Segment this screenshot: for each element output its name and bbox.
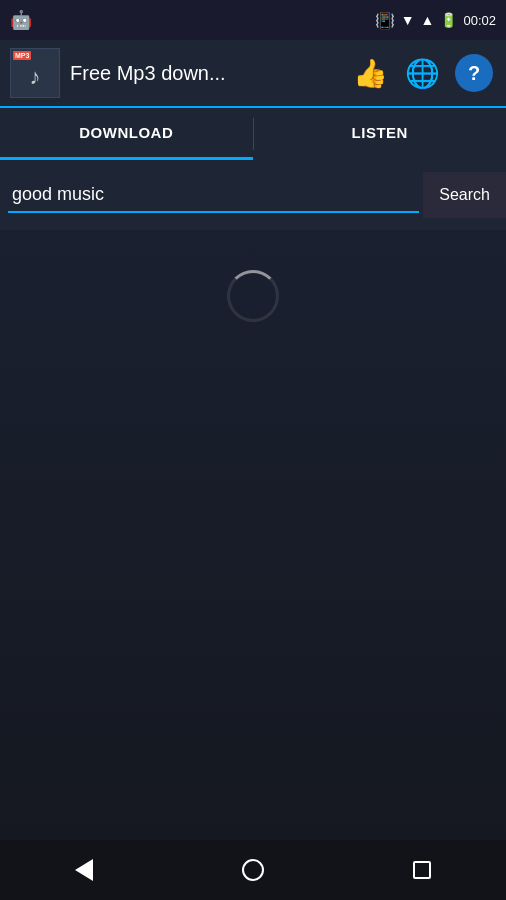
home-icon bbox=[242, 859, 264, 881]
home-button[interactable] bbox=[228, 845, 278, 895]
tab-download[interactable]: DOWNLOAD bbox=[0, 108, 253, 160]
signal-icon: ▲ bbox=[421, 12, 435, 28]
app-icon: MP3 ♪ bbox=[10, 48, 60, 98]
thumbs-up-icon: 👍 bbox=[353, 57, 388, 90]
app-icon-label: MP3 bbox=[13, 51, 31, 60]
search-button[interactable]: Search bbox=[423, 172, 506, 218]
header-actions: 👍 🌐 ? bbox=[348, 51, 496, 95]
loading-spinner bbox=[227, 270, 279, 322]
help-circle-icon: ? bbox=[455, 54, 493, 92]
wifi-icon: ▼ bbox=[401, 12, 415, 28]
status-bar: 🤖 📳 ▼ ▲ 🔋 00:02 bbox=[0, 0, 506, 40]
back-button[interactable] bbox=[59, 845, 109, 895]
globe-button[interactable]: 🌐 bbox=[400, 51, 444, 95]
thumbs-up-button[interactable]: 👍 bbox=[348, 51, 392, 95]
music-note-icon: ♪ bbox=[30, 64, 41, 90]
search-input-wrapper bbox=[8, 178, 419, 213]
bottom-nav bbox=[0, 840, 506, 900]
tab-listen[interactable]: LISTEN bbox=[254, 108, 507, 160]
battery-icon: 🔋 bbox=[440, 12, 457, 28]
recents-button[interactable] bbox=[397, 845, 447, 895]
help-button[interactable]: ? bbox=[452, 51, 496, 95]
search-input[interactable] bbox=[8, 178, 419, 211]
android-icon: 🤖 bbox=[10, 9, 32, 31]
status-bar-right: 📳 ▼ ▲ 🔋 00:02 bbox=[375, 11, 496, 30]
search-bar: Search bbox=[0, 160, 506, 230]
clock: 00:02 bbox=[463, 13, 496, 28]
app-header: MP3 ♪ Free Mp3 down... 👍 🌐 ? bbox=[0, 40, 506, 108]
globe-icon: 🌐 bbox=[405, 57, 440, 90]
app-title: Free Mp3 down... bbox=[70, 62, 338, 85]
tabs-container: DOWNLOAD LISTEN bbox=[0, 108, 506, 160]
status-bar-left: 🤖 bbox=[10, 9, 32, 31]
vibrate-icon: 📳 bbox=[375, 11, 395, 30]
content-area bbox=[0, 230, 506, 840]
recents-icon bbox=[413, 861, 431, 879]
back-icon bbox=[75, 859, 93, 881]
